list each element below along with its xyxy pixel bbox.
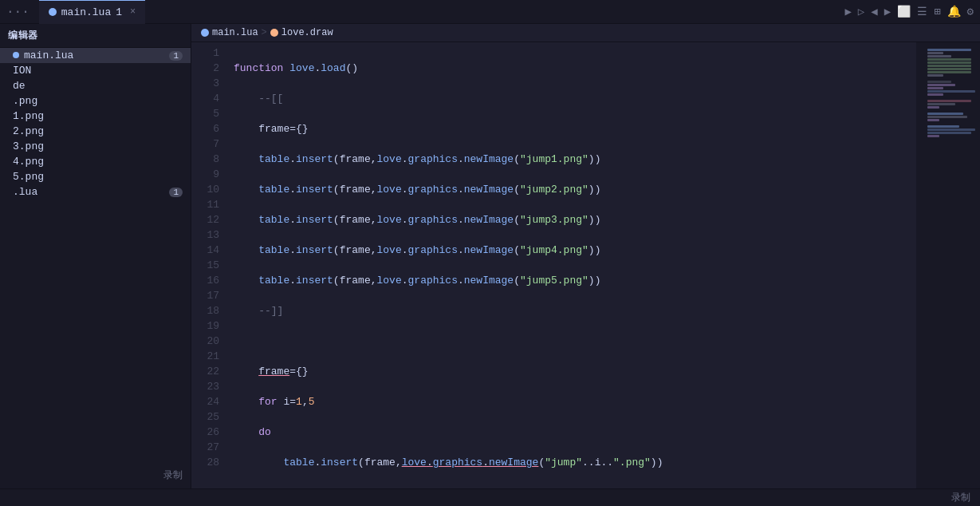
sidebar-filename-lua: .lua bbox=[13, 186, 37, 198]
record-label[interactable]: 录制 bbox=[951, 491, 970, 504]
sidebar-item-1png[interactable]: 1.png bbox=[0, 109, 191, 124]
notification-icon[interactable]: 🔔 bbox=[947, 5, 961, 18]
code-line-3: frame={} bbox=[234, 121, 916, 136]
code-line-5: table.insert(frame,love.graphics.newImag… bbox=[234, 182, 916, 197]
settings-icon[interactable]: ⚙ bbox=[967, 5, 974, 18]
sidebar-filename-ion: ION bbox=[13, 65, 31, 77]
code-line-7: table.insert(frame,love.graphics.newImag… bbox=[234, 243, 916, 258]
sidebar-item-5png[interactable]: 5.png bbox=[0, 169, 191, 184]
code-line-8: table.insert(frame,love.graphics.newImag… bbox=[234, 273, 916, 288]
code-line-14: table.insert(frame,love.graphics.newImag… bbox=[234, 455, 916, 470]
code-line-11: frame={} bbox=[234, 364, 916, 379]
tab-close-button[interactable]: × bbox=[130, 6, 136, 18]
code-line-1: function love.load() bbox=[234, 61, 916, 76]
status-bar: 录制 bbox=[0, 488, 980, 506]
editor-tab[interactable]: main.lua 1 × bbox=[39, 0, 145, 24]
sidebar-filename-2png: 2.png bbox=[13, 125, 44, 137]
menu-icon[interactable]: ☰ bbox=[917, 5, 927, 18]
top-bar-dots: ··· bbox=[6, 5, 30, 19]
sidebar-filename-1png: 1.png bbox=[13, 110, 44, 122]
prev-icon[interactable]: ◀ bbox=[871, 5, 877, 18]
grid-icon[interactable]: ⊞ bbox=[934, 5, 940, 18]
tab-number: 1 bbox=[116, 6, 122, 18]
sidebar-filename-3png: 3.png bbox=[13, 140, 44, 152]
sidebar-item-mainlua[interactable]: main.lua 1 bbox=[0, 48, 191, 63]
sidebar-filename-png: .png bbox=[13, 95, 37, 107]
sidebar-item-3png[interactable]: 3.png bbox=[0, 139, 191, 154]
run-icon[interactable]: ▶ bbox=[844, 5, 851, 18]
tab-filename: main.lua bbox=[61, 6, 111, 18]
sidebar-item-4png[interactable]: 4.png bbox=[0, 154, 191, 169]
code-line-2: --[[ bbox=[234, 91, 916, 106]
sidebar-filename-de: de bbox=[13, 80, 26, 92]
sidebar-header: 编辑器 bbox=[0, 24, 191, 48]
sidebar-item-lua[interactable]: .lua 1 bbox=[0, 184, 191, 200]
sidebar-filename-5png: 5.png bbox=[13, 171, 44, 183]
line-numbers: 12345 678910 1112131415 1617181920 21222… bbox=[191, 42, 227, 488]
main-layout: 编辑器 main.lua 1 ION de .png 1.png 2.png 3… bbox=[0, 24, 980, 488]
top-bar: ··· main.lua 1 × ▶ ▷ ◀ ▶ ⬜ ☰ ⊞ 🔔 ⚙ bbox=[0, 0, 980, 24]
top-bar-actions: ▶ ▷ ◀ ▶ ⬜ ☰ ⊞ 🔔 ⚙ bbox=[844, 5, 974, 18]
code-line-12: for i=1,5 bbox=[234, 394, 916, 409]
sidebar-badge-lua: 1 bbox=[169, 188, 183, 197]
minimap-content bbox=[924, 42, 980, 488]
sidebar-record-button[interactable]: 录制 bbox=[0, 462, 191, 488]
code-line-13: do bbox=[234, 425, 916, 440]
breadcrumb-section[interactable]: love.draw bbox=[281, 27, 333, 38]
code-line-9: --]] bbox=[234, 303, 916, 318]
sidebar-item-de[interactable]: de bbox=[0, 78, 191, 93]
sidebar: 编辑器 main.lua 1 ION de .png 1.png 2.png 3… bbox=[0, 24, 191, 488]
breadcrumb: main.lua > love.draw bbox=[191, 24, 980, 42]
sidebar-item-png[interactable]: .png bbox=[0, 93, 191, 109]
sidebar-item-ion[interactable]: ION bbox=[0, 63, 191, 78]
breadcrumb-separator: > bbox=[262, 27, 267, 38]
code-line-15: end bbox=[234, 485, 916, 488]
breadcrumb-section-icon bbox=[270, 29, 278, 37]
lua-file-icon bbox=[49, 8, 57, 16]
file-dot-icon bbox=[13, 52, 19, 58]
code-line-10 bbox=[234, 334, 916, 349]
sidebar-filename-4png: 4.png bbox=[13, 156, 44, 168]
sidebar-item-2png[interactable]: 2.png bbox=[0, 124, 191, 139]
editor-area: main.lua > love.draw 12345 678910 111213… bbox=[191, 24, 980, 488]
breadcrumb-file[interactable]: main.lua bbox=[212, 27, 258, 38]
breadcrumb-lua-icon bbox=[201, 29, 209, 37]
code-content[interactable]: function love.load() --[[ frame={} table… bbox=[227, 42, 916, 488]
code-editor[interactable]: 12345 678910 1112131415 1617181920 21222… bbox=[191, 42, 916, 488]
code-line-6: table.insert(frame,love.graphics.newImag… bbox=[234, 212, 916, 227]
sidebar-filename-mainlua: main.lua bbox=[13, 49, 73, 61]
next-icon[interactable]: ▶ bbox=[884, 5, 891, 18]
stop-icon[interactable]: ⬜ bbox=[897, 5, 911, 18]
code-line-4: table.insert(frame,love.graphics.newImag… bbox=[234, 152, 916, 167]
minimap bbox=[916, 42, 980, 488]
sidebar-badge-mainlua: 1 bbox=[169, 51, 183, 61]
run-alt-icon[interactable]: ▷ bbox=[858, 5, 864, 18]
